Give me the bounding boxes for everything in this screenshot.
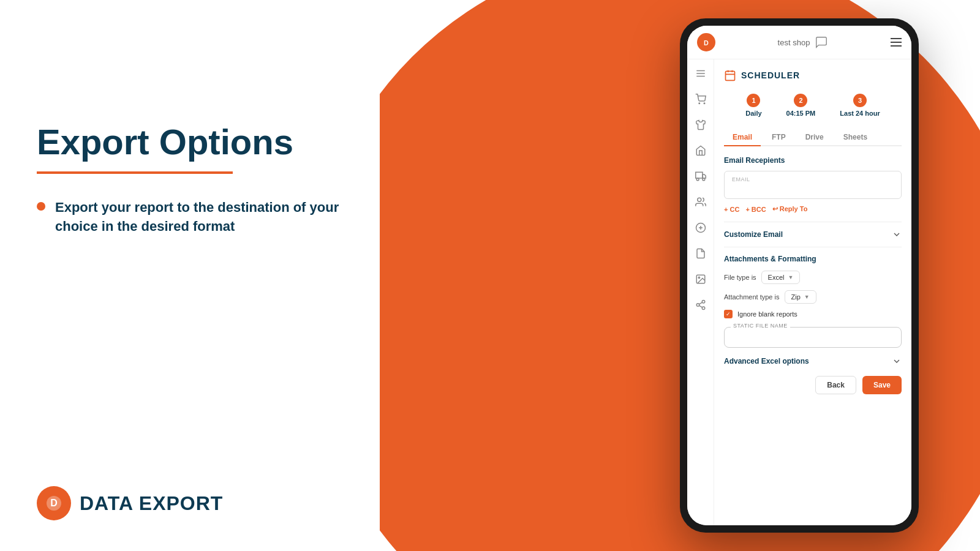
- step-2-label: 04:15 PM: [786, 110, 816, 117]
- sidebar-store-icon[interactable]: [694, 144, 707, 157]
- menu-icon[interactable]: [891, 38, 902, 47]
- menu-line-1: [891, 38, 902, 39]
- bullet-text: Export your report to the destination of…: [55, 198, 343, 236]
- svg-line-22: [699, 302, 702, 304]
- sidebar-doc-icon[interactable]: [694, 247, 707, 260]
- svg-marker-9: [703, 174, 706, 178]
- attachments-title: Attachments & Formatting: [724, 255, 902, 263]
- app-sidebar: [687, 59, 714, 525]
- chat-icon[interactable]: [815, 36, 828, 49]
- shop-name: test shop: [778, 38, 810, 47]
- email-field[interactable]: EMAIL: [724, 171, 902, 199]
- file-type-dropdown[interactable]: Excel ▼: [761, 271, 801, 284]
- file-type-row: File type is Excel ▼: [724, 271, 902, 284]
- sidebar-delivery-icon[interactable]: [694, 170, 707, 183]
- sidebar-shirt-icon[interactable]: [694, 118, 707, 132]
- file-type-label: File type is: [724, 274, 756, 281]
- left-content: Export Options Export your report to the…: [37, 122, 343, 236]
- ignore-blank-label: Ignore blank reports: [737, 310, 797, 318]
- static-file-name-label: STATIC FILE NAME: [731, 323, 790, 329]
- tab-sheets[interactable]: Sheets: [835, 129, 876, 146]
- file-type-value: Excel: [768, 274, 785, 281]
- bullet-point: Export your report to the destination of…: [37, 198, 343, 236]
- page-title: Export Options: [37, 122, 343, 162]
- cc-button[interactable]: + CC: [724, 206, 739, 213]
- tab-drive[interactable]: Drive: [797, 129, 832, 146]
- save-button[interactable]: Save: [862, 376, 902, 394]
- svg-point-7: [704, 103, 705, 104]
- svg-point-6: [699, 103, 700, 104]
- scheduler-header: SCHEDULER: [724, 69, 902, 81]
- svg-point-20: [702, 307, 705, 310]
- header-center: test shop: [778, 36, 829, 49]
- sidebar-menu-icon[interactable]: [694, 67, 707, 80]
- tab-email[interactable]: Email: [724, 129, 761, 146]
- svg-text:D: D: [50, 498, 58, 508]
- menu-line-2: [891, 42, 902, 43]
- sidebar-money-icon[interactable]: [694, 221, 707, 234]
- tabs-row: Email FTP Drive Sheets: [724, 129, 902, 146]
- phone-screen: D test shop: [687, 26, 911, 525]
- svg-point-10: [696, 178, 699, 181]
- attachment-type-arrow: ▼: [804, 294, 810, 300]
- menu-line-3: [891, 45, 902, 47]
- steps-row: 1 Daily 2 04:15 PM 3 Last 2: [724, 94, 902, 117]
- svg-line-21: [699, 305, 702, 307]
- phone-body: SCHEDULER 1 Daily 2 04:15 PM: [687, 59, 911, 525]
- email-section-title: Email Recepients: [724, 156, 902, 165]
- email-field-label: EMAIL: [732, 176, 894, 182]
- sidebar-users-icon[interactable]: [694, 195, 707, 209]
- customize-email-row[interactable]: Customize Email: [724, 230, 902, 239]
- advanced-excel-row[interactable]: Advanced Excel options: [724, 356, 902, 366]
- svg-point-12: [697, 198, 701, 201]
- attachment-type-row: Attachment type is Zip ▼: [724, 290, 902, 304]
- step-3[interactable]: 3 Last 24 hour: [840, 94, 880, 117]
- cc-row: + CC + BCC ↩ Reply To: [724, 205, 902, 213]
- app-logo-icon: D: [701, 37, 712, 48]
- back-button[interactable]: Back: [815, 376, 856, 394]
- step-2-badge: 2: [794, 94, 807, 107]
- svg-rect-8: [695, 172, 702, 178]
- tab-ftp[interactable]: FTP: [763, 129, 794, 146]
- scheduler-title: SCHEDULER: [741, 70, 800, 80]
- reply-to-button[interactable]: ↩ Reply To: [772, 205, 808, 213]
- svg-point-17: [698, 277, 699, 278]
- attachment-type-label: Attachment type is: [724, 293, 780, 301]
- divider-1: [724, 222, 902, 222]
- logo-icon: D: [44, 493, 64, 513]
- title-underline: [37, 171, 233, 174]
- ignore-blank-row[interactable]: ✓ Ignore blank reports: [724, 310, 902, 318]
- customize-email-chevron: [892, 230, 902, 239]
- sidebar-cart-icon[interactable]: [694, 92, 707, 106]
- sidebar-share-icon[interactable]: [694, 298, 707, 312]
- bullet-dot: [37, 202, 45, 211]
- svg-text:D: D: [704, 39, 709, 47]
- step-3-badge: 3: [853, 94, 867, 107]
- app-main: SCHEDULER 1 Daily 2 04:15 PM: [714, 59, 911, 525]
- sidebar-image-icon[interactable]: [694, 272, 707, 286]
- svg-point-19: [696, 304, 699, 307]
- divider-2: [724, 247, 902, 247]
- email-field-input[interactable]: [732, 184, 894, 193]
- attachment-type-value: Zip: [791, 293, 801, 301]
- svg-rect-23: [726, 71, 735, 80]
- static-file-name-input[interactable]: [732, 332, 894, 342]
- phone-mockup: D test shop: [680, 18, 919, 533]
- bcc-button[interactable]: + BCC: [745, 206, 766, 213]
- logo-text: DATA EXPORT: [80, 492, 223, 515]
- svg-point-18: [702, 301, 705, 304]
- customize-email-label: Customize Email: [724, 230, 783, 239]
- step-1-badge: 1: [747, 94, 760, 107]
- file-type-arrow: ▼: [788, 274, 793, 280]
- attachment-type-dropdown[interactable]: Zip ▼: [785, 290, 816, 304]
- advanced-excel-chevron: [892, 356, 902, 366]
- step-1[interactable]: 1 Daily: [745, 94, 761, 117]
- svg-point-11: [703, 178, 705, 181]
- ignore-blank-checkbox[interactable]: ✓: [724, 310, 733, 318]
- app-logo-small: D: [697, 33, 715, 51]
- logo-circle: D: [37, 486, 71, 520]
- step-2[interactable]: 2 04:15 PM: [786, 94, 816, 117]
- static-file-name-field[interactable]: STATIC FILE NAME: [724, 327, 902, 348]
- checkbox-checkmark: ✓: [726, 311, 731, 317]
- step-3-label: Last 24 hour: [840, 110, 880, 117]
